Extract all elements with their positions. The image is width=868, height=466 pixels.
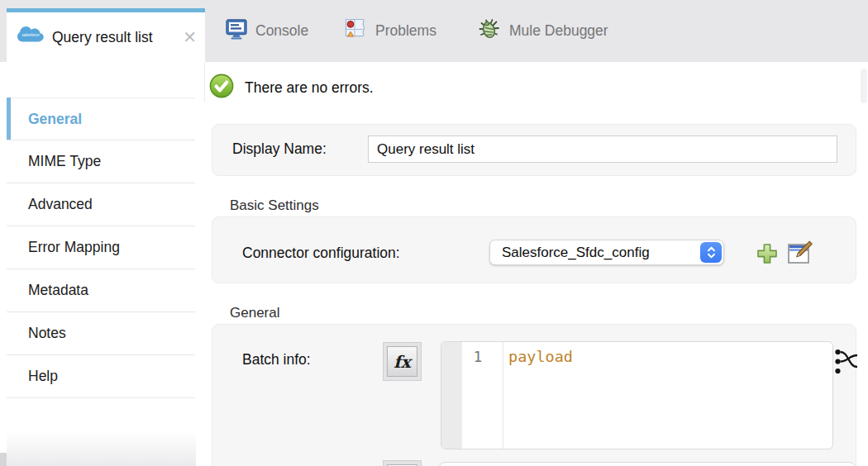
sidebar-item-label: MIME Type [28, 153, 101, 170]
tab-title: Query result list [52, 29, 175, 46]
sidebar-item-metadata[interactable]: Metadata [7, 269, 195, 312]
sidebar-item-label: Error Mapping [28, 239, 120, 256]
plus-icon [756, 242, 779, 265]
console-icon [226, 19, 247, 44]
bottom-left-edge [0, 453, 7, 466]
display-name-label: Display Name: [232, 140, 327, 158]
second-code-editor[interactable] [438, 462, 856, 466]
tab-query-result-list[interactable]: salesforce Query result list ✕ [7, 8, 205, 62]
svg-text:salesforce: salesforce [22, 33, 40, 37]
display-name-input[interactable] [368, 136, 837, 163]
tab-label: Console [255, 22, 308, 40]
edit-icon [786, 240, 813, 267]
tab-label: Problems [375, 22, 436, 40]
connector-config-select[interactable]: Salesforce_Sfdc_config [489, 240, 724, 265]
batch-info-label: Batch info: [242, 351, 311, 369]
fx-icon: fx [387, 346, 417, 377]
success-check-icon [209, 74, 234, 102]
salesforce-cloud-icon: salesforce [17, 26, 45, 49]
code-text: payload [508, 348, 573, 365]
editor-gutter [441, 342, 462, 449]
tab-problems[interactable]: Problems [345, 0, 436, 62]
header-divider [204, 62, 205, 102]
sidebar-item-label: Notes [28, 325, 66, 342]
sidebar-item-advanced[interactable]: Advanced [7, 183, 195, 226]
sidebar-item-label: Advanced [28, 196, 93, 213]
sidebar-item-label: Metadata [28, 282, 88, 299]
datasense-tree-icon[interactable] [834, 346, 859, 377]
expression-fx-button-2[interactable]: fx [383, 460, 422, 466]
properties-sidebar: General MIME Type Advanced Error Mapping… [0, 62, 196, 466]
connector-config-label: Connector configuration: [242, 245, 400, 262]
properties-view: salesforce Query result list ✕ Console [0, 0, 868, 466]
sidebar-item-error-mapping[interactable]: Error Mapping [7, 226, 195, 269]
add-config-button[interactable] [756, 242, 779, 265]
batch-info-code-editor[interactable]: 1 payload [441, 341, 833, 449]
problems-icon [345, 18, 367, 45]
sidebar-item-label: General [28, 111, 82, 128]
status-text: There are no errors. [245, 79, 374, 97]
sidebar-item-mime-type[interactable]: MIME Type [7, 140, 195, 183]
sidebar-item-general[interactable]: General [7, 97, 195, 140]
line-number: 1 [470, 348, 486, 365]
close-icon[interactable]: ✕ [183, 29, 197, 45]
tab-label: Mule Debugger [509, 22, 608, 40]
sidebar-bottom-fade [7, 431, 196, 466]
scrollbar-thumb[interactable] [861, 69, 867, 103]
tab-console[interactable]: Console [226, 0, 308, 62]
tab-mule-debugger[interactable]: Mule Debugger [477, 0, 608, 62]
validation-status: There are no errors. [209, 74, 374, 102]
basic-settings-title: Basic Settings [230, 197, 319, 214]
tab-bar: salesforce Query result list ✕ Console [0, 0, 868, 62]
edit-config-button[interactable] [786, 240, 813, 267]
sidebar-item-notes[interactable]: Notes [7, 312, 195, 355]
general-section-title: General [230, 305, 279, 321]
mule-debugger-icon [477, 17, 501, 45]
editor-margin-line [503, 342, 503, 449]
sidebar-item-label: Help [28, 368, 58, 385]
sidebar-item-help[interactable]: Help [7, 355, 195, 398]
sidebar-list: General MIME Type Advanced Error Mapping… [7, 97, 195, 398]
chevron-up-down-icon [700, 242, 722, 263]
expression-fx-button[interactable]: fx [383, 342, 422, 381]
connector-config-value: Salesforce_Sfdc_config [502, 240, 697, 264]
